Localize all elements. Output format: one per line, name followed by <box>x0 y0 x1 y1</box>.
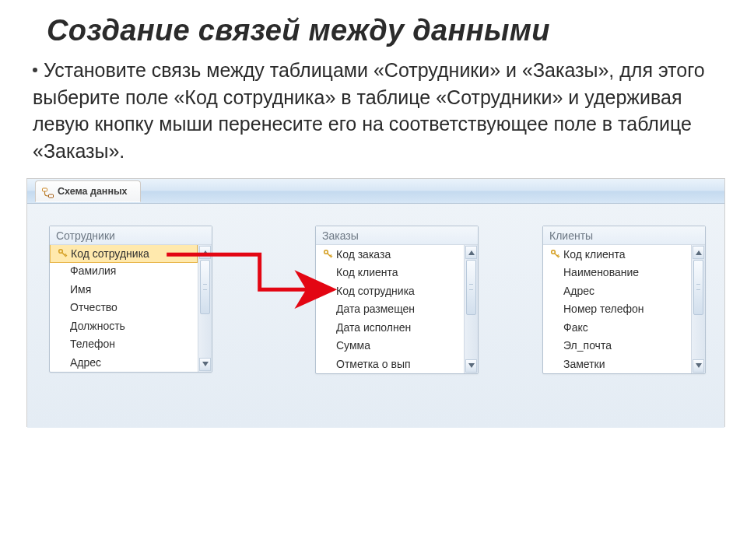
field-label: Код клиента <box>563 248 688 261</box>
field-label: Код сотрудника <box>336 285 461 297</box>
slide-title: Создание связей между данными <box>0 0 747 55</box>
scrollbar[interactable] <box>464 245 478 373</box>
table-row[interactable]: Дата размещен <box>316 300 464 319</box>
scroll-down-button[interactable] <box>465 359 477 373</box>
table-row[interactable]: Должность <box>50 317 198 335</box>
field-label: Адрес <box>563 285 688 297</box>
field-label: Наименование <box>563 266 688 278</box>
table-row[interactable]: Дата исполнен <box>316 318 464 337</box>
scroll-up-button[interactable] <box>465 246 477 259</box>
schema-tab-label: Схема данных <box>58 186 128 197</box>
scroll-down-button[interactable] <box>199 358 211 371</box>
table-orders[interactable]: Заказы Код заказа Код клиента Код сотруд… <box>315 226 479 374</box>
svg-point-3 <box>324 250 328 254</box>
field-label: Факс <box>563 321 688 334</box>
primary-key-icon <box>55 248 71 259</box>
scroll-thumb[interactable] <box>693 260 703 315</box>
table-row[interactable]: Заметки <box>543 355 691 373</box>
slide-body: Установите связь между таблицами «Сотруд… <box>0 55 747 178</box>
field-label: Отметка о вып <box>336 358 461 370</box>
field-label: Код сотрудника <box>71 247 194 260</box>
table-row[interactable]: Адрес <box>50 353 198 372</box>
table-row[interactable]: Имя <box>50 280 198 299</box>
scroll-track[interactable] <box>199 260 211 357</box>
table-clients-header[interactable]: Клиенты <box>543 226 705 245</box>
field-label: Сумма <box>336 339 461 352</box>
table-orders-fields: Код заказа Код клиента Код сотрудника Да… <box>316 245 464 373</box>
field-label: Код клиента <box>336 266 461 278</box>
svg-rect-0 <box>43 188 47 191</box>
primary-key-icon <box>321 249 336 260</box>
field-label: Дата размещен <box>336 303 461 315</box>
scroll-down-button[interactable] <box>693 359 704 373</box>
field-label: Отчество <box>70 301 195 313</box>
table-row[interactable]: Код клиента <box>316 264 464 282</box>
table-employees-fields: Код сотрудника Фамилия Имя Отчество Долж… <box>50 245 198 372</box>
field-label: Фамилия <box>70 264 195 277</box>
scroll-track[interactable] <box>693 260 704 359</box>
field-kod-sotrudnika[interactable]: Код сотрудника <box>50 245 198 263</box>
table-row[interactable]: Номер телефон <box>543 300 691 319</box>
field-label: Эл_почта <box>563 339 688 352</box>
field-label: Телефон <box>70 338 195 350</box>
table-row[interactable]: Отметка о вып <box>316 355 464 373</box>
table-row[interactable]: Сумма <box>316 337 464 355</box>
scrollbar[interactable] <box>691 245 705 373</box>
field-label: Имя <box>70 283 195 296</box>
svg-point-4 <box>552 250 556 254</box>
field-label: Заметки <box>563 358 688 370</box>
table-row[interactable]: Фамилия <box>50 262 198 281</box>
scroll-track[interactable] <box>465 260 477 359</box>
table-row[interactable]: Адрес <box>543 282 691 300</box>
relationships-icon <box>42 186 54 198</box>
schema-screenshot: Схема данных Сотрудники Код сотрудника Ф… <box>26 178 725 427</box>
table-row[interactable]: Факс <box>543 318 691 337</box>
field-label: Должность <box>70 320 195 332</box>
scroll-thumb[interactable] <box>200 260 210 314</box>
table-row[interactable]: Код сотрудника <box>316 282 464 300</box>
body-text-content: Установите связь между таблицами «Сотруд… <box>33 59 705 162</box>
table-employees-header[interactable]: Сотрудники <box>50 226 212 245</box>
table-clients[interactable]: Клиенты Код клиента Наименование Адрес Н… <box>542 226 706 374</box>
field-label: Адрес <box>70 356 195 369</box>
scroll-thumb[interactable] <box>466 260 476 315</box>
schema-tabbar: Схема данных <box>27 179 724 204</box>
table-row[interactable]: Код клиента <box>543 245 691 264</box>
table-row[interactable]: Наименование <box>543 264 691 282</box>
scroll-up-button[interactable] <box>693 246 704 259</box>
schema-tab[interactable]: Схема данных <box>35 180 141 202</box>
field-label: Код заказа <box>336 248 461 261</box>
field-label: Номер телефон <box>563 303 688 315</box>
schema-canvas[interactable]: Сотрудники Код сотрудника Фамилия Имя От… <box>27 204 724 428</box>
table-row[interactable]: Код заказа <box>316 245 464 264</box>
scroll-up-button[interactable] <box>199 246 211 259</box>
table-orders-header[interactable]: Заказы <box>316 226 478 245</box>
svg-rect-1 <box>49 194 54 198</box>
table-clients-fields: Код клиента Наименование Адрес Номер тел… <box>543 245 691 373</box>
table-employees[interactable]: Сотрудники Код сотрудника Фамилия Имя От… <box>49 226 212 373</box>
scrollbar[interactable] <box>198 245 212 372</box>
field-label: Дата исполнен <box>336 321 461 334</box>
bullet-icon <box>33 68 37 72</box>
table-row[interactable]: Эл_почта <box>543 337 691 355</box>
primary-key-icon <box>548 249 563 260</box>
table-row[interactable]: Телефон <box>50 335 198 354</box>
svg-point-2 <box>59 249 63 253</box>
table-row[interactable]: Отчество <box>50 299 198 317</box>
